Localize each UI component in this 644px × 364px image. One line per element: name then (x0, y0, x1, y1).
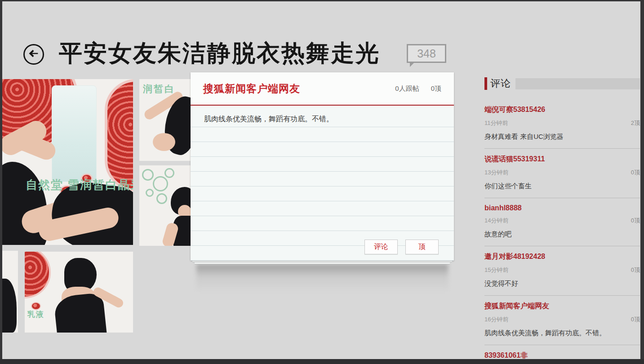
comment-username: 邀月对影48192428 (484, 252, 640, 262)
bubble-ring-graphic (142, 169, 154, 181)
bubble-ring-graphic (156, 193, 167, 204)
comment-detail-dialog: 搜狐新闻客户端网友 0人跟帖 0顶 肌肉线条优美流畅，舞蹈有功底。不错。 评论 … (191, 72, 454, 261)
comment-divider (484, 345, 640, 345)
comment-tops: 0顶 (631, 315, 640, 324)
photo2-caption: 润皙白 (143, 83, 175, 95)
header-band (515, 78, 640, 89)
comment-tops: 2顶 (631, 119, 640, 127)
screen-edge-left (0, 0, 2, 364)
comment-content: 你们这些个畜生 (484, 182, 640, 191)
dialog-stats: 0人跟帖 0顶 (395, 84, 441, 93)
dialog-title: 搜狐新闻客户端网友 (203, 82, 300, 96)
gallery-photo-3[interactable] (139, 165, 196, 246)
photo1-caption: 自然堂 雪润皙白晶采乳 (26, 177, 133, 193)
comments-sidebar: 评论 端倪可察53815426 11分钟前 2顶 身材真难看 来自UC浏览器 说… (484, 77, 640, 360)
gallery-photo-2[interactable]: 润皙白 (139, 79, 196, 161)
comment-content: 肌肉线条优美流畅，舞蹈有功底。不错。 (484, 329, 640, 337)
followers-count: 0人跟帖 (395, 84, 419, 93)
comment-username: 搜狐新闻客户端网友 (484, 302, 640, 311)
comment-time: 16分钟前 (484, 315, 508, 324)
comment-count: 348 (417, 47, 436, 60)
screen-edge-top (0, 0, 644, 1)
bubble-ring-graphic (153, 176, 168, 191)
bubble-ring-graphic (146, 189, 154, 197)
comment-time: 11分钟前 (484, 119, 508, 127)
comment-divider (484, 148, 640, 149)
model-dress-graphic (2, 279, 17, 333)
model-shoulder-graphic (153, 133, 175, 151)
dialog-body: 肌肉线条优美流畅，舞蹈有功底。不错。 评论 顶 (191, 106, 454, 261)
comment-button[interactable]: 评论 (364, 240, 398, 254)
comment-content: 没觉得不好 (484, 280, 640, 288)
comment-text: 肌肉线条优美流畅，舞蹈有功底。不错。 (191, 106, 454, 124)
cosmetic-bottle-graphic (52, 85, 97, 182)
comment-item[interactable]: 说谎话猫55319311 13分钟前 0顶 你们这些个畜生 (484, 155, 640, 198)
gallery-photo-4[interactable]: 乳液 (25, 252, 133, 333)
photo-gallery: 自然堂 雪润皙白晶采乳 润皙白 乳液 (0, 0, 211, 364)
comment-divider (484, 198, 640, 198)
comment-meta: 16分钟前 0顶 (484, 315, 640, 324)
comment-meta: 13分钟前 0顶 (484, 169, 640, 177)
tops-count: 0顶 (431, 84, 441, 93)
comment-meta: 15分钟前 0顶 (484, 266, 640, 274)
comment-tops: 0顶 (631, 217, 640, 225)
comment-content: 身材真难看 来自UC浏览器 (484, 133, 640, 141)
comment-content: 故意的吧 (484, 230, 640, 239)
comment-username: 说谎话猫55319311 (484, 155, 640, 164)
comment-username: 端倪可察53815426 (484, 105, 640, 115)
comment-time: 14分钟前 (484, 217, 508, 225)
top-button[interactable]: 顶 (405, 240, 439, 254)
comment-meta: 11分钟前 2顶 (484, 119, 640, 127)
comment-item[interactable]: bianhl8888 14分钟前 0顶 故意的吧 (484, 204, 640, 246)
comment-divider (484, 295, 640, 296)
pomegranate-graphic (105, 79, 133, 191)
screen-edge-right (640, 0, 644, 364)
comment-tops: 0顶 (631, 169, 640, 177)
comment-tops: 0顶 (631, 266, 640, 274)
dialog-shadow (196, 264, 448, 292)
comment-username: bianhl8888 (484, 204, 640, 212)
paper-stack-edge (195, 262, 450, 264)
comments-header: 评论 (484, 77, 640, 90)
comment-divider (484, 246, 640, 246)
gallery-photo-partial[interactable] (2, 251, 18, 333)
screen-edge-bottom (0, 359, 644, 364)
dialog-actions: 评论 顶 (364, 240, 439, 254)
comment-item[interactable]: 邀月对影48192428 15分钟前 0顶 没觉得不好 (484, 252, 640, 296)
pomegranate-graphic (25, 252, 51, 298)
comment-time: 13分钟前 (484, 169, 508, 177)
comments-list: 端倪可察53815426 11分钟前 2顶 身材真难看 来自UC浏览器 说谎话猫… (484, 105, 640, 360)
gallery-photo-1[interactable]: 自然堂 雪润皙白晶采乳 (2, 79, 133, 245)
bubble-ring-graphic (164, 168, 174, 178)
comment-item[interactable]: 端倪可察53815426 11分钟前 2顶 身材真难看 来自UC浏览器 (484, 105, 640, 149)
comment-meta: 14分钟前 0顶 (484, 217, 640, 225)
red-bar (484, 77, 487, 90)
dialog-header: 搜狐新闻客户端网友 0人跟帖 0顶 (191, 72, 454, 105)
comment-item[interactable]: 搜狐新闻客户端网友 16分钟前 0顶 肌肉线条优美流畅，舞蹈有功底。不错。 (484, 302, 640, 345)
comment-count-badge[interactable]: 348 (407, 44, 446, 63)
comment-time: 15分钟前 (484, 266, 508, 274)
photo4-caption: 乳液 (27, 309, 44, 320)
comments-title: 评论 (490, 77, 511, 90)
